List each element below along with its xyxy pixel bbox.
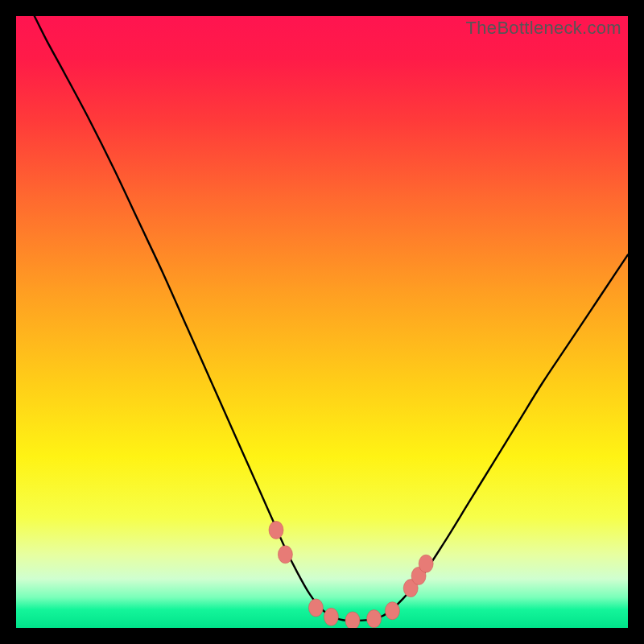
chart-frame: TheBottleneck.com	[16, 16, 628, 628]
curve-marker	[278, 546, 292, 564]
curve-marker	[367, 610, 382, 628]
curve-marker	[345, 612, 360, 628]
curve-marker	[269, 521, 283, 539]
curve-marker	[385, 602, 399, 620]
curve-marker	[308, 599, 323, 617]
marker-group	[269, 521, 433, 628]
plot-area: TheBottleneck.com	[16, 16, 628, 628]
curve-svg	[16, 16, 628, 628]
curve-marker	[324, 608, 338, 625]
curve-marker	[419, 555, 433, 572]
bottleneck-curve	[35, 16, 628, 621]
